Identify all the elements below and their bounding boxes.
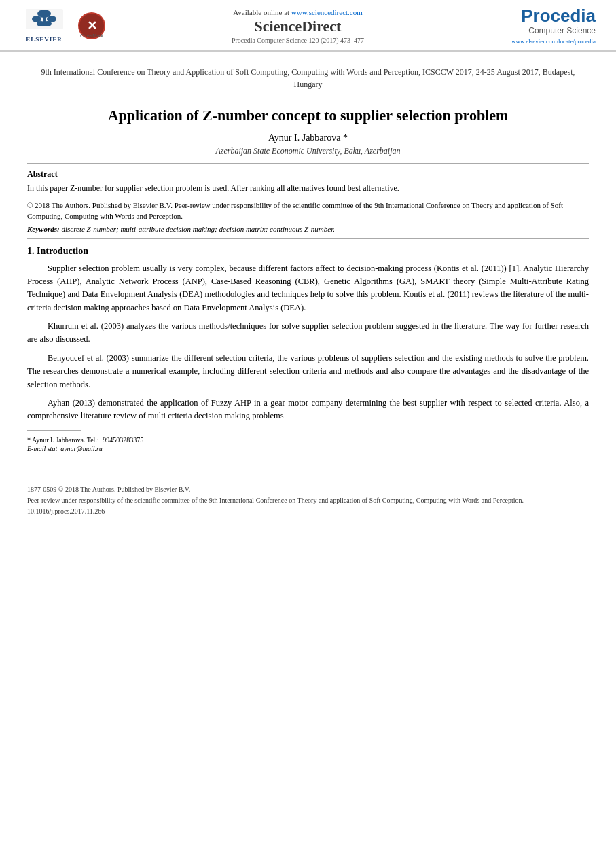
keywords-label: Keywords:: [27, 225, 60, 233]
page: ELSEVIER ✕ CrossMark Available online at…: [0, 0, 616, 841]
svg-text:✕: ✕: [87, 19, 97, 33]
footnote-divider: [27, 430, 81, 431]
sciencedirect-url[interactable]: www.sciencedirect.com: [291, 8, 363, 16]
header-logos: ELSEVIER ✕ CrossMark: [20, 9, 109, 43]
intro-paragraph-3: Benyoucef et al. (2003) summarize the di…: [27, 352, 589, 391]
journal-info: Procedia Computer Science 120 (2017) 473…: [109, 37, 487, 44]
keywords-text: Keywords: discrete Z-number; multi-attri…: [27, 225, 589, 233]
procedia-brand-title: Procedia: [487, 7, 596, 24]
header: ELSEVIER ✕ CrossMark Available online at…: [0, 0, 616, 52]
divider-1: [27, 163, 589, 164]
elsevier-text: ELSEVIER: [26, 36, 62, 43]
abstract-label: Abstract: [27, 169, 589, 179]
footnote-email: E-mail stat_aynur@mail.ru: [27, 445, 589, 452]
computer-science-label: Computer Science: [487, 26, 596, 35]
abstract-text: In this paper Z-number for supplier sele…: [27, 182, 589, 194]
sciencedirect-title: ScienceDirect: [109, 18, 487, 35]
keywords-values: discrete Z-number; multi-attribute decis…: [61, 225, 335, 233]
svg-text:CrossMark: CrossMark: [80, 33, 103, 38]
abstract-section: Abstract In this paper Z-number for supp…: [27, 169, 589, 194]
svg-point-6: [43, 21, 52, 26]
crossmark-logo: ✕ CrossMark: [75, 9, 109, 43]
introduction-title: 1. Introduction: [27, 246, 589, 257]
copyright-text: © 2018 The Authors. Published by Elsevie…: [27, 200, 589, 222]
header-center: Available online at www.sciencedirect.co…: [109, 8, 487, 44]
divider-2: [27, 238, 589, 239]
footer-peer-review: Peer-review under responsibility of the …: [27, 495, 589, 506]
procedia-url[interactable]: www.elsevier.com/locate/procedia: [487, 38, 596, 45]
main-content: 9th International Conference on Theory a…: [0, 52, 616, 466]
author-name: Aynur I. Jabbarova *: [27, 132, 589, 143]
email-label: E-mail: [27, 445, 46, 452]
footer-issn: 1877-0509 © 2018 The Authors. Published …: [27, 484, 589, 495]
footer-doi: 10.1016/j.procs.2017.11.266: [27, 506, 589, 517]
intro-paragraph-2: Khurrum et al. (2003) analyzes the vario…: [27, 320, 589, 346]
author-affiliation: Azerbaijan State Economic University, Ba…: [27, 146, 589, 156]
elsevier-logo: ELSEVIER: [20, 9, 68, 43]
intro-paragraph-4: Ayhan (2013) demonstrated the applicatio…: [27, 397, 589, 423]
header-right: Procedia Computer Science www.elsevier.c…: [487, 7, 596, 45]
available-online-text: Available online at www.sciencedirect.co…: [109, 8, 487, 16]
email-value: stat_aynur@mail.ru: [48, 445, 103, 452]
footer: 1877-0509 © 2018 The Authors. Published …: [0, 480, 616, 521]
introduction-section: 1. Introduction Supplier selection probl…: [27, 246, 589, 423]
paper-title: Application of Z-number concept to suppl…: [27, 106, 589, 126]
footnote-author: * Aynur I. Jabbarova. Tel.:+994503283375: [27, 435, 589, 445]
intro-paragraph-1: Supplier selection problem usually is ve…: [27, 262, 589, 315]
conference-title: 9th International Conference on Theory a…: [27, 60, 589, 96]
elsevier-tree-icon: [26, 9, 63, 35]
crossmark-icon: ✕ CrossMark: [77, 12, 106, 40]
